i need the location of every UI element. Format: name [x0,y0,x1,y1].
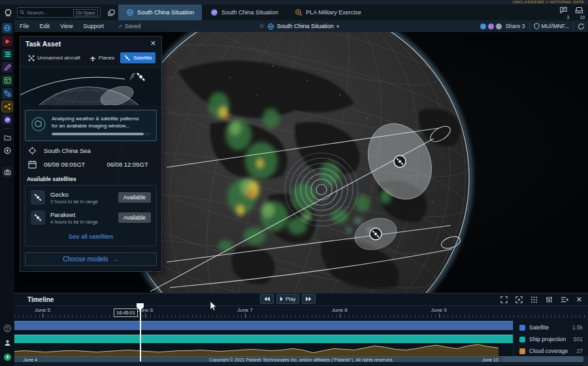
rail-globe-map[interactable] [2,23,12,33]
play-button[interactable]: Play [276,294,299,304]
search-shortcut-hint: Ctrl Space [73,9,98,16]
satellite-list: Gecko 2 hours to be in range Available P… [25,185,157,246]
rail-camera[interactable] [2,167,12,177]
fast-forward-button[interactable] [302,294,316,304]
inbox-count: 10 [580,15,585,20]
status-online-icon[interactable] [2,352,12,362]
share-button[interactable]: Share 3 [506,23,525,29]
satellite-row-gecko[interactable]: Gecko 2 hours to be in range Available [31,190,151,205]
favorite-star-icon[interactable]: ☆ [259,23,265,29]
see-all-satellites-link[interactable]: See all satellites [31,231,151,243]
shield-icon [534,23,540,29]
menu-view[interactable]: View [55,20,78,32]
messages-button[interactable]: 3 [555,5,571,20]
search-input[interactable] [27,10,73,16]
refresh-icon[interactable] [578,23,585,30]
help-button[interactable]: ? [2,323,12,333]
rows-export-icon[interactable] [561,296,568,303]
timeline-overview-bar[interactable]: June 4 Copyright © 2021 Palantir Technol… [14,356,588,362]
globe-icon [126,8,134,16]
illustration-satellite-icon [131,72,146,82]
drone-icon [28,55,35,61]
choose-models-button[interactable]: Choose models → [25,252,157,266]
rail-folder[interactable] [2,132,12,142]
filter-sliders-icon[interactable] [546,296,553,303]
timeline-ruler[interactable]: June 5June 6June 7June 8June 9 [14,305,588,319]
collaborator-avatars[interactable] [478,24,502,29]
tab-pla-exercise[interactable]: PLA Military Exercise [287,5,369,20]
ship-projection-band[interactable] [14,335,588,343]
app-logo[interactable] [0,5,16,20]
check-icon: ✓ [118,23,123,29]
panel-title: Task Asset [25,40,61,48]
copyright-text: Copyright © 2021 Palantir Technologies I… [14,358,588,362]
classification-banner: UNCLASSIFIED // NOTIONAL DATA [0,0,588,5]
satellite-marker[interactable] [370,228,382,240]
task-asset-panel: Task Asset ✕ Unmanned aircraft Planes Sa… [20,36,162,272]
satellite-band[interactable] [14,321,588,330]
tab-satellite[interactable]: Satellite [120,52,155,63]
chevron-down-icon[interactable]: ▾ [336,24,339,29]
avatar [480,24,486,29]
tab-south-china-2[interactable]: South China Situation [203,5,286,20]
tab-planes[interactable]: Planes [86,53,118,63]
avatar [488,24,494,29]
legend-chip [519,337,525,342]
ai-brain-icon [31,116,46,132]
rewind-button[interactable] [260,294,274,304]
timeline-panel: Timeline Play ✕ June 5June 6June 7June 8… [14,293,588,356]
asset-type-tabs: Unmanned aircraft Planes Satellite [20,50,161,67]
rail-play[interactable] [2,36,12,46]
bottom-strip [14,362,588,366]
rail-share-nodes[interactable] [2,101,12,112]
new-window-button[interactable] [105,7,118,18]
legend-satellite[interactable]: Satellite 1.5k [519,322,583,333]
location-row[interactable]: South China Sea [20,141,161,155]
satellite-eta: 4 hours to be in range [50,219,98,225]
rail-flowchart[interactable] [2,88,12,99]
overview-end-label: June 10 [482,358,498,362]
menu-file[interactable]: File [14,20,35,32]
tab-bar: Ctrl Space South China Situation South C… [0,5,588,20]
scrollbar-corner [583,356,588,366]
close-timeline-icon[interactable]: ✕ [576,296,582,303]
tab-unmanned-aircraft[interactable]: Unmanned aircraft [25,53,84,63]
messages-count: 3 [566,15,569,20]
time-window-row[interactable]: 06/08 09:05GT 06/08 12:05GT [20,155,161,169]
global-search[interactable]: Ctrl Space [17,7,101,18]
menu-bar: File Edit View Support ✓ Saved ☆ South C… [14,20,588,32]
available-button[interactable]: Available [118,212,151,223]
rail-add[interactable] [2,145,12,156]
timeline-date-label: June 8 [332,307,348,313]
satellite-illustration [20,67,161,105]
timeline-date-label: June 9 [431,307,447,313]
tab-south-china-1[interactable]: South China Situation [118,5,202,20]
user-button[interactable] [2,337,12,348]
playhead-line[interactable] [140,305,141,361]
document-title[interactable]: South China Situation [277,23,334,29]
legend-ship-projection[interactable]: Ship projection 501 [519,333,583,345]
rail-pencil[interactable] [2,62,12,73]
timeline-chart[interactable]: copyright © 2021 Palantir Technologies I… [14,319,588,357]
mouse-cursor [210,301,217,311]
menu-edit[interactable]: Edit [35,20,56,32]
satellite-eta: 2 hours to be in range [50,199,98,205]
rail-sphere[interactable] [2,114,12,125]
menu-support[interactable]: Support [78,20,109,32]
window-end: 06/08 12:05GT [106,161,148,168]
inbox-button[interactable]: 10 [571,5,587,20]
focus-frame-icon[interactable] [515,296,523,303]
help-icon: ? [4,325,11,332]
close-icon[interactable]: ✕ [150,40,156,47]
available-button[interactable]: Available [118,192,151,203]
cloud-coverage-area[interactable] [14,343,498,357]
satellite-row-parakeet[interactable]: Parakeet 4 hours to be in range Availabl… [31,210,151,225]
rail-layers[interactable] [2,49,12,59]
crosshair-icon [28,146,37,155]
grid-icon[interactable] [531,296,538,303]
satellite-marker[interactable] [394,156,406,167]
legend-cloud-coverage[interactable]: Cloud coverage 27 [519,345,583,357]
security-marking[interactable]: MU//MNF... [534,23,570,29]
fullscreen-icon[interactable] [500,296,508,303]
rail-table[interactable] [2,75,12,86]
